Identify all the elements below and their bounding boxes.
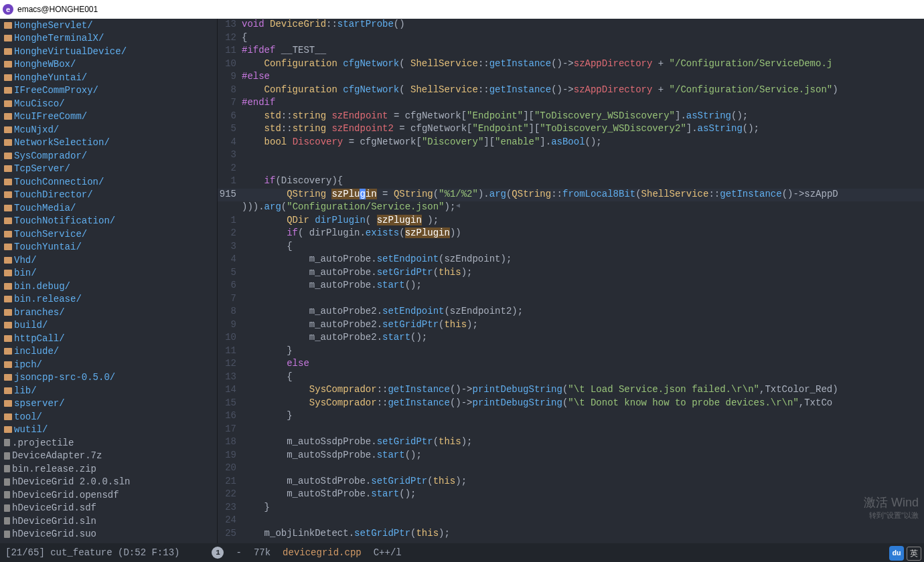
folder-icon bbox=[4, 35, 12, 41]
file-name-label: HongheVirtualDevice/ bbox=[14, 46, 127, 57]
folder-icon bbox=[4, 257, 12, 264]
file-name-label: TcpServer/ bbox=[14, 163, 70, 174]
folder-item[interactable]: McuIFreeComm/ bbox=[0, 110, 217, 124]
window-title: emacs@HONGHE001 bbox=[17, 5, 98, 14]
folder-icon bbox=[4, 61, 12, 68]
folder-item[interactable]: ipch/ bbox=[0, 358, 217, 371]
folder-item[interactable]: TouchYuntai/ bbox=[0, 241, 217, 254]
file-item[interactable]: hDeviceGrid 2.0.0.sln bbox=[0, 476, 217, 489]
folder-icon bbox=[4, 179, 12, 185]
folder-item[interactable]: TouchMedia/ bbox=[0, 201, 217, 215]
folder-item[interactable]: NetworkSelection/ bbox=[0, 136, 217, 150]
language-indicator[interactable]: 英 bbox=[907, 547, 921, 561]
folder-item[interactable]: branches/ bbox=[0, 306, 217, 319]
folder-item[interactable]: TouchNotification/ bbox=[0, 215, 217, 228]
folder-item[interactable]: tool/ bbox=[0, 410, 217, 424]
file-item[interactable]: hDeviceGrid.opensdf bbox=[0, 488, 217, 502]
folder-icon bbox=[4, 139, 12, 146]
folder-item[interactable]: HongheServlet/ bbox=[0, 19, 217, 32]
folder-icon bbox=[4, 191, 12, 198]
folder-icon bbox=[4, 374, 12, 381]
file-icon bbox=[4, 439, 10, 446]
folder-icon bbox=[4, 22, 12, 29]
folder-icon bbox=[4, 100, 12, 107]
baidu-ime-icon[interactable]: du bbox=[889, 546, 904, 561]
folder-item[interactable]: TouchDirector/ bbox=[0, 189, 217, 202]
file-name-label: HongheWBox/ bbox=[14, 59, 76, 70]
folder-item[interactable]: build/ bbox=[0, 319, 217, 333]
windows-watermark: 激活 Wind 转到"设置"以激 bbox=[858, 492, 924, 523]
folder-item[interactable]: TcpServer/ bbox=[0, 163, 217, 176]
file-name-label: hDeviceGrid.sdf bbox=[12, 502, 96, 513]
file-name-label: .projectile bbox=[12, 438, 74, 448]
folder-icon bbox=[4, 387, 12, 394]
folder-item[interactable]: spserver/ bbox=[0, 397, 217, 411]
folder-item[interactable]: wutil/ bbox=[0, 424, 217, 437]
folder-item[interactable]: httpCall/ bbox=[0, 332, 217, 345]
folder-item[interactable]: McuNjxd/ bbox=[0, 123, 217, 136]
file-name-label: spserver/ bbox=[14, 398, 65, 409]
folder-item[interactable]: bin/ bbox=[0, 267, 217, 280]
folder-item[interactable]: IFreeCommProxy/ bbox=[0, 84, 217, 98]
file-name-label: build/ bbox=[14, 320, 48, 331]
file-name-label: HongheServlet/ bbox=[14, 20, 93, 31]
file-name-label: tool/ bbox=[14, 411, 42, 422]
file-item[interactable]: .projectile bbox=[0, 436, 217, 450]
file-item[interactable]: hDeviceGrid.sln bbox=[0, 514, 217, 528]
file-name-label: Vhd/ bbox=[14, 255, 37, 266]
folder-icon bbox=[4, 283, 12, 290]
file-name-label: hDeviceGrid.opensdf bbox=[12, 490, 119, 500]
current-line-number: 915 bbox=[218, 189, 242, 202]
file-item[interactable]: DeviceAdapter.7z bbox=[0, 450, 217, 463]
folder-item[interactable]: lib/ bbox=[0, 384, 217, 397]
folder-item[interactable]: McuCisco/ bbox=[0, 97, 217, 110]
file-icon bbox=[4, 465, 10, 472]
file-name-label: TouchService/ bbox=[14, 229, 87, 240]
file-icon bbox=[4, 452, 10, 460]
file-item[interactable]: hDeviceGrid.sdf bbox=[0, 502, 217, 515]
file-name-label: TouchConnection/ bbox=[14, 177, 104, 187]
folder-item[interactable]: HongheTerminalX/ bbox=[0, 32, 217, 45]
main-area: HongheServlet/HongheTerminalX/HongheVirt… bbox=[0, 19, 924, 543]
file-item[interactable]: hDeviceGrid.suo bbox=[0, 528, 217, 541]
folder-item[interactable]: bin.release/ bbox=[0, 293, 217, 306]
file-name-label: bin.release.zip bbox=[12, 464, 96, 474]
folder-item[interactable]: jsoncpp-src-0.5.0/ bbox=[0, 371, 217, 385]
file-item[interactable]: bin.release.zip bbox=[0, 462, 217, 476]
code-editor[interactable]: 13void DeviceGrid::startProbe() 12{ 11#i… bbox=[218, 19, 924, 543]
folder-item[interactable]: HongheYuntai/ bbox=[0, 71, 217, 84]
folder-item[interactable]: include/ bbox=[0, 345, 217, 359]
file-name-label: McuIFreeComm/ bbox=[14, 111, 87, 122]
folder-icon bbox=[4, 335, 12, 342]
file-name-label: bin.release/ bbox=[14, 294, 82, 304]
file-name-label: TouchYuntai/ bbox=[14, 242, 82, 252]
status-workspace-indicator[interactable]: 1 bbox=[212, 547, 224, 559]
fold-indicator-icon[interactable]: ◀ bbox=[456, 201, 460, 209]
file-name-label: hDeviceGrid 2.0.0.sln bbox=[12, 476, 130, 487]
file-icon bbox=[4, 478, 10, 486]
file-name-label: branches/ bbox=[14, 307, 65, 318]
folder-item[interactable]: TouchConnection/ bbox=[0, 175, 217, 189]
file-name-label: HongheTerminalX/ bbox=[14, 33, 104, 43]
file-name-label: HongheYuntai/ bbox=[14, 72, 87, 83]
folder-icon bbox=[4, 126, 12, 133]
folder-item[interactable]: bin.debug/ bbox=[0, 280, 217, 293]
folder-icon bbox=[4, 413, 12, 420]
folder-item[interactable]: HongheWBox/ bbox=[0, 58, 217, 72]
file-icon bbox=[4, 491, 10, 498]
file-tree[interactable]: HongheServlet/HongheTerminalX/HongheVirt… bbox=[0, 19, 218, 543]
folder-item[interactable]: HongheVirtualDevice/ bbox=[0, 45, 217, 58]
folder-item[interactable]: Vhd/ bbox=[0, 254, 217, 267]
folder-item[interactable]: SysComprador/ bbox=[0, 149, 217, 163]
folder-icon bbox=[4, 322, 12, 329]
status-modified: - bbox=[236, 547, 241, 558]
status-filename: devicegrid.cpp bbox=[283, 547, 362, 558]
folder-icon bbox=[4, 205, 12, 211]
window-titlebar: e emacs@HONGHE001 bbox=[0, 0, 924, 19]
folder-item[interactable]: TouchService/ bbox=[0, 227, 217, 241]
file-name-label: bin.debug/ bbox=[14, 281, 70, 292]
folder-icon bbox=[4, 153, 12, 159]
file-icon bbox=[4, 504, 10, 512]
file-name-label: IFreeCommProxy/ bbox=[14, 85, 98, 96]
folder-icon bbox=[4, 231, 12, 238]
